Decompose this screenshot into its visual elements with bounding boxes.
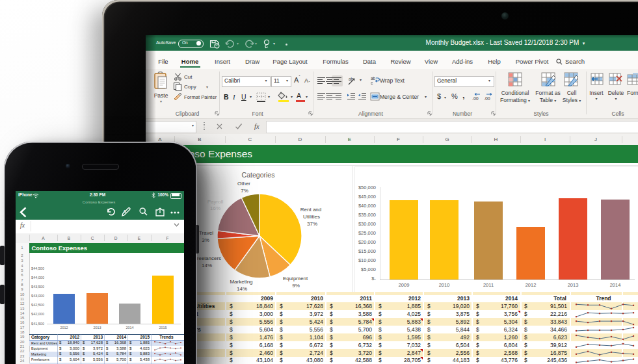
svg-text:.00: .00: [484, 96, 490, 101]
svg-text:A: A: [123, 209, 127, 214]
svg-text:c: c: [371, 81, 373, 85]
svg-text:.00: .00: [472, 96, 479, 101]
svg-text:ab: ab: [349, 77, 354, 81]
